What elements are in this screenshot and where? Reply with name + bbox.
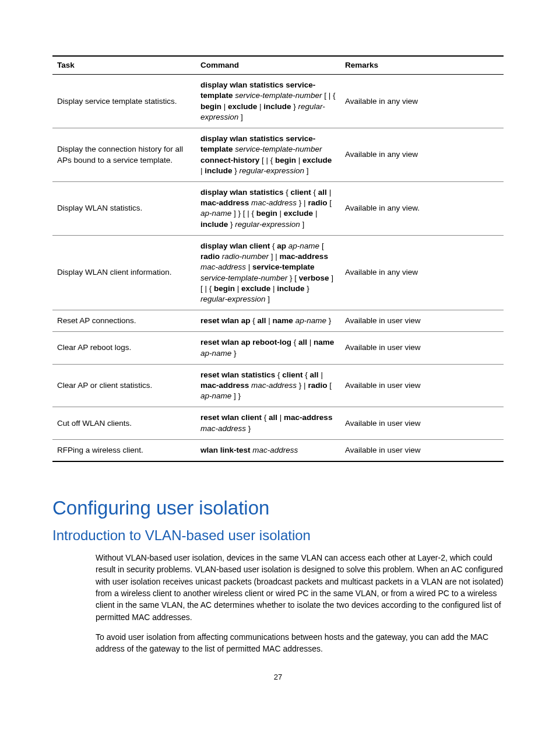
paragraph: To avoid user isolation from affecting c… <box>96 631 504 655</box>
table-row: Cut off WLAN clients.reset wlan client {… <box>52 407 504 439</box>
cell-remarks: Available in user view <box>340 439 504 461</box>
table-row: Display service template statistics.disp… <box>52 75 504 128</box>
paragraph: Without VLAN-based user isolation, devic… <box>96 552 504 623</box>
cell-remarks: Available in any view <box>340 235 504 310</box>
header-command: Command <box>196 56 340 75</box>
cell-command: display wlan statistics service-template… <box>196 128 340 182</box>
cell-task: Cut off WLAN clients. <box>52 407 196 439</box>
subsection-heading: Introduction to VLAN-based user isolatio… <box>52 527 504 544</box>
body-text: Without VLAN-based user isolation, devic… <box>96 552 504 654</box>
table-header-row: Task Command Remarks <box>52 56 504 75</box>
cell-task: Display the connection history for all A… <box>52 128 196 182</box>
cell-remarks: Available in user view <box>340 364 504 407</box>
cell-remarks: Available in any view <box>340 75 504 128</box>
cell-command: reset wlan ap reboot-log { all | name ap… <box>196 332 340 364</box>
cell-task: Clear AP reboot logs. <box>52 332 196 364</box>
cell-task: Reset AP connections. <box>52 310 196 332</box>
cell-task: Display WLAN client information. <box>52 235 196 310</box>
cell-remarks: Available in user view <box>340 310 504 332</box>
cell-command: reset wlan ap { all | name ap-name } <box>196 310 340 332</box>
header-remarks: Remarks <box>340 56 504 75</box>
cell-task: Clear AP or client statistics. <box>52 364 196 407</box>
cell-command: wlan link-test mac-address <box>196 439 340 461</box>
table-row: Display WLAN client information.display … <box>52 235 504 310</box>
cell-command: reset wlan statistics { client { all | m… <box>196 364 340 407</box>
cell-task: RFPing a wireless client. <box>52 439 196 461</box>
page-number: 27 <box>52 673 504 681</box>
section-heading: Configuring user isolation <box>52 497 504 519</box>
table-row: Clear AP reboot logs.reset wlan ap reboo… <box>52 332 504 364</box>
page: Task Command Remarks Display service tem… <box>0 0 556 710</box>
table-row: Display WLAN statistics.display wlan sta… <box>52 181 504 235</box>
cell-task: Display service template statistics. <box>52 75 196 128</box>
cell-command: display wlan statistics service-template… <box>196 75 340 128</box>
cell-task: Display WLAN statistics. <box>52 181 196 235</box>
table-row: Clear AP or client statistics.reset wlan… <box>52 364 504 407</box>
cell-command: display wlan statistics { client { all |… <box>196 181 340 235</box>
header-task: Task <box>52 56 196 75</box>
cell-remarks: Available in user view <box>340 407 504 439</box>
cell-command: reset wlan client { all | mac-address ma… <box>196 407 340 439</box>
cell-command: display wlan client { ap ap-name [ radio… <box>196 235 340 310</box>
cell-remarks: Available in any view <box>340 128 504 182</box>
cell-remarks: Available in any view. <box>340 181 504 235</box>
table-row: RFPing a wireless client.wlan link-test … <box>52 439 504 461</box>
cell-remarks: Available in user view <box>340 332 504 364</box>
command-table: Task Command Remarks Display service tem… <box>52 55 504 462</box>
table-row: Display the connection history for all A… <box>52 128 504 182</box>
table-row: Reset AP connections.reset wlan ap { all… <box>52 310 504 332</box>
